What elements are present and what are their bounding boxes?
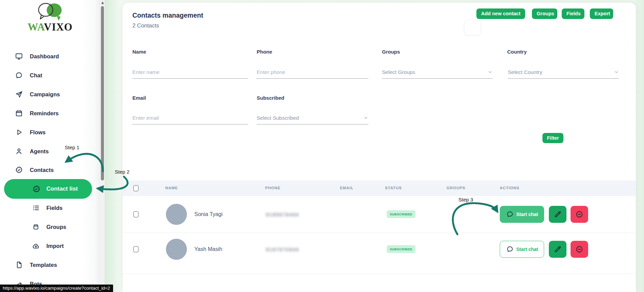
- filter-country-label: Country: [507, 49, 527, 55]
- start-chat-button[interactable]: Start chat: [500, 206, 544, 223]
- step1-label: Step 1: [65, 144, 79, 150]
- column-header-email: EMAIL: [340, 186, 353, 190]
- subscribed-select-value: Select Subscribed: [257, 115, 299, 121]
- email-input[interactable]: [132, 112, 248, 124]
- groups-select[interactable]: Select Groups: [382, 66, 493, 79]
- filter-groups-label: Groups: [382, 49, 400, 55]
- subscribed-select[interactable]: Select Subscribed: [257, 112, 368, 124]
- row-checkbox[interactable]: [133, 246, 138, 252]
- column-header-phone: PHONE: [265, 186, 281, 190]
- sidebar-item-import[interactable]: Import: [0, 241, 100, 251]
- sidebar-item-label: Reminders: [30, 110, 59, 117]
- country-select-value: Select Country: [508, 69, 542, 75]
- phone-input[interactable]: [257, 66, 368, 79]
- scrollbar-thumb[interactable]: [101, 6, 104, 180]
- list-icon: [32, 204, 40, 212]
- sidebar-item-label: Campaigns: [30, 91, 60, 98]
- badge-check-icon: [32, 185, 41, 193]
- sidebar-item-reminders[interactable]: Reminders: [0, 109, 100, 118]
- sidebar-item-flows[interactable]: Flows: [0, 128, 100, 137]
- sidebar-item-dashboard[interactable]: Dashboard: [0, 52, 100, 61]
- chat-bubble-icon: [15, 71, 23, 79]
- wordmark-wa: WA: [28, 21, 44, 33]
- delete-contact-button[interactable]: [571, 241, 588, 258]
- sidebar-item-chat[interactable]: Chat: [0, 71, 100, 80]
- sidebar-item-agents[interactable]: Agents: [0, 147, 100, 156]
- contact-phone-blurred: 9187970949: [266, 247, 299, 252]
- avatar: [166, 239, 187, 260]
- page-title: Contacts management: [132, 12, 203, 19]
- select-all-checkbox[interactable]: [133, 185, 138, 191]
- sidebar-item-contacts[interactable]: Contacts: [0, 165, 100, 175]
- filter-button[interactable]: Filter: [542, 133, 563, 143]
- pencil-icon: [553, 245, 562, 254]
- sidebar: WAVIXO Dashboard Chat Campaigns Reminder…: [0, 0, 100, 292]
- brand-wordmark: WAVIXO: [0, 21, 100, 33]
- cloud-download-icon: [32, 242, 40, 250]
- column-header-name: NAME: [165, 186, 178, 190]
- pencil-icon: [553, 210, 562, 219]
- app-window: WAVIXO Dashboard Chat Campaigns Reminder…: [0, 0, 644, 292]
- user-icon: [15, 147, 23, 155]
- step3-label: Step 3: [458, 197, 473, 202]
- contact-name: Sonia Tyagi: [194, 211, 222, 217]
- country-select[interactable]: Select Country: [508, 66, 619, 79]
- start-chat-label: Start chat: [516, 247, 538, 252]
- monitor-icon: [15, 52, 23, 60]
- edit-contact-button[interactable]: [549, 206, 566, 223]
- brand-logo[interactable]: WAVIXO: [0, 1, 100, 33]
- sidebar-item-templates[interactable]: Templates: [0, 260, 100, 270]
- archive-box-icon: [32, 223, 40, 231]
- contact-name: Yash Masih: [194, 246, 222, 252]
- sidebar-item-label: Chat: [30, 72, 42, 79]
- status-badge: SUBSCRIBED: [387, 210, 415, 218]
- sidebar-item-label: Fields: [46, 205, 63, 211]
- logo-speech-bubbles-icon: [33, 1, 67, 22]
- contacts-count: 2 Contacts: [132, 22, 159, 29]
- filter-name-label: Name: [132, 49, 146, 55]
- sidebar-item-label: Import: [46, 243, 64, 249]
- circle-minus-icon: [575, 245, 584, 254]
- sidebar-item-groups[interactable]: Groups: [0, 222, 100, 232]
- start-chat-label: Start chat: [516, 212, 538, 217]
- link-preview-statusbar: https://app.wavixo.io/campaigns/create?c…: [0, 285, 113, 292]
- fields-button[interactable]: Fields: [562, 8, 584, 19]
- play-icon: [15, 128, 23, 136]
- chat-bubble-icon: [506, 210, 514, 218]
- filter-email-label: Email: [132, 95, 146, 101]
- sidebar-item-fields[interactable]: Fields: [0, 203, 100, 213]
- sidebar-item-campaigns[interactable]: Campaigns: [0, 90, 100, 99]
- wordmark-vixo: VIXO: [44, 21, 73, 33]
- status-badge: SUBSCRIBED: [387, 245, 415, 253]
- circle-minus-icon: [575, 210, 584, 219]
- sidebar-item-label: Contact list: [46, 186, 78, 192]
- sidebar-item-label: Flows: [30, 129, 46, 136]
- column-header-groups: GROUPS: [447, 186, 465, 190]
- export-button[interactable]: Export: [590, 8, 613, 19]
- scrollbar-up-arrow[interactable]: [101, 1, 104, 4]
- row-checkbox[interactable]: [133, 211, 138, 217]
- name-input[interactable]: [132, 66, 248, 79]
- sidebar-item-label: Templates: [30, 262, 57, 268]
- sidebar-item-label: Contacts: [30, 167, 54, 173]
- send-icon: [15, 90, 23, 98]
- edit-contact-button[interactable]: [549, 241, 566, 258]
- badge-check-icon: [15, 166, 23, 174]
- empty-icon-card: [464, 20, 481, 35]
- document-icon: [15, 261, 23, 269]
- row-divider: [123, 233, 636, 233]
- step2-label: Step 2: [115, 169, 129, 175]
- start-chat-button[interactable]: Start chat: [500, 241, 544, 258]
- sidebar-item-label: Agents: [30, 148, 49, 155]
- delete-contact-button[interactable]: [571, 206, 588, 223]
- add-new-contact-button[interactable]: Add new contact: [476, 8, 525, 19]
- avatar: [166, 204, 187, 225]
- content-card: Contacts management 2 Contacts Add new c…: [123, 3, 636, 292]
- chevron-down-icon: [488, 70, 493, 75]
- groups-button[interactable]: Groups: [532, 8, 557, 19]
- table-header-row: [123, 180, 636, 196]
- calendar-icon: [15, 109, 23, 117]
- sidebar-item-contact-list-active[interactable]: Contact list: [4, 179, 92, 199]
- table-bottom-divider: [123, 273, 636, 274]
- chat-bubble-icon: [506, 245, 514, 253]
